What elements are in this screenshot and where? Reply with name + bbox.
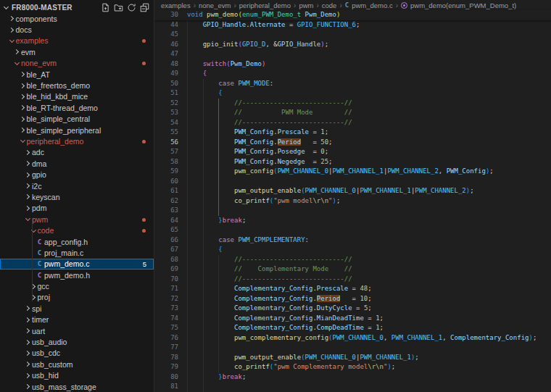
collapse-folders-button[interactable]	[140, 3, 149, 12]
code-line-47[interactable]: 47	[154, 49, 551, 59]
tree-item-proj[interactable]: proj	[0, 292, 154, 303]
code-line-57[interactable]: 57 PWM_Config.Posedge = 0;	[154, 147, 551, 157]
breadcrumb-item-pwm[interactable]: pwm	[298, 1, 314, 9]
indent-guide	[203, 255, 204, 265]
tree-item-evm[interactable]: evm	[0, 46, 154, 57]
tree-item-dma[interactable]: dma	[0, 158, 154, 169]
tree-item-pdm[interactable]: pdm	[0, 203, 154, 214]
tree-item-pwm_demo.h[interactable]: Cpwm_demo.h	[0, 270, 154, 280]
new-folder-button[interactable]	[114, 3, 123, 12]
tree-item-pwm_demo.c[interactable]: Cpwm_demo.c5	[0, 259, 154, 270]
code-line-61[interactable]: 61 pwm_output_enable(PWM_CHANNEL_0|PWM_C…	[154, 186, 551, 196]
refresh-explorer-button[interactable]	[127, 3, 136, 12]
tree-item-peripheral_demo[interactable]: peripheral_demo	[0, 135, 154, 146]
code-line-65[interactable]: 65	[154, 225, 551, 235]
code-line-71[interactable]: 71 Complementary_Config.Prescale = 48;	[154, 284, 551, 294]
tree-item-usb_audio[interactable]: usb_audio	[0, 336, 154, 347]
code-token: Pwm_Demo	[305, 11, 336, 18]
tree-item-uart[interactable]: uart	[0, 325, 154, 336]
line-content: {	[187, 69, 551, 79]
code-line-76[interactable]: 76 pwm_complementary_config(PWM_CHANNEL_…	[154, 333, 551, 343]
tree-item-ble_freertos_demo[interactable]: ble_freertos_demo	[0, 80, 154, 91]
code-line-44[interactable]: 44 GPIO_Handle.Alternate = GPIO_FUNCTION…	[154, 20, 551, 30]
breadcrumb-item-examples[interactable]: examples	[160, 1, 191, 9]
code-line-70[interactable]: 70 //--------------------------//	[154, 275, 551, 285]
tree-item-ble_AT[interactable]: ble_AT	[0, 69, 154, 80]
code-line-74[interactable]: 74 Complementary_Config.MianDeadTime = 1…	[154, 314, 551, 324]
code-line-68[interactable]: 68 //--------------------------//	[154, 255, 551, 265]
code-line-50[interactable]: 50 case PWM_MODE:	[154, 79, 551, 89]
code-line-54[interactable]: 54 //--------------------------//	[154, 118, 551, 128]
code-line-30-sticky[interactable]: 30void pwm_demo(enum_PWM_Demo_t Pwm_Demo…	[154, 10, 551, 20]
code-line-62[interactable]: 62 co_printf("pwm model\r\n");	[154, 196, 551, 207]
code-token: PWM_CHANNEL_0	[278, 167, 328, 175]
code-line-53[interactable]: 53 // PWM Mode //	[154, 108, 551, 118]
code-token: {	[218, 89, 222, 96]
tree-item-gpio[interactable]: gpio	[0, 169, 154, 180]
code-line-64[interactable]: 64 }break;	[154, 216, 551, 226]
explorer-root-title: FR8000-MASTER	[2, 4, 101, 12]
code-line-73[interactable]: 73 Complementary_Config.DutyCycle = 5;	[154, 304, 551, 314]
code-line-52[interactable]: 52 //--------------------------//	[154, 99, 551, 109]
tree-item-docs[interactable]: docs	[0, 24, 154, 35]
breadcrumb-item-code[interactable]: code	[321, 1, 338, 9]
tree-item-proj_main.c[interactable]: Cproj_main.c	[0, 247, 154, 258]
tree-item-timer[interactable]: timer	[0, 314, 154, 325]
editor-pane: examples›none_evm›peripheral_demo›pwm›co…	[154, 0, 551, 392]
code-line-67[interactable]: 67 {	[154, 245, 551, 255]
tree-item-gcc[interactable]: gcc	[0, 280, 154, 291]
breadcrumb-item-none_evm[interactable]: none_evm	[198, 1, 231, 9]
tree-item-pwm[interactable]: pwm	[0, 214, 154, 225]
code-line-58[interactable]: 58 PWM_Config.Negedge = 25;	[154, 157, 551, 167]
code-line-56[interactable]: 56 PWM_Config.Period = 50;	[154, 138, 551, 148]
tree-item-examples[interactable]: examples	[0, 36, 154, 46]
code-line-77[interactable]: 77	[154, 343, 551, 353]
code-line-46[interactable]: 46 gpio_init(GPIO_D, &GPIO_Handle);	[154, 40, 551, 50]
tree-item-keyscan[interactable]: keyscan	[0, 191, 154, 202]
breadcrumb-file[interactable]: pwm_demo.c	[351, 1, 394, 9]
code-line-78[interactable]: 78 pwm_output_enable(PWM_CHANNEL_0|PWM_C…	[154, 353, 551, 363]
tree-item-components[interactable]: components	[0, 13, 154, 24]
indent-guide	[218, 196, 219, 207]
code-line-81[interactable]: 81	[154, 382, 551, 392]
tree-item-label: pwm_demo.c	[44, 259, 89, 268]
line-number: 60	[154, 177, 187, 187]
code-line-49[interactable]: 49 {	[154, 69, 551, 79]
breadcrumb-symbol[interactable]: pwm_demo(enum_PWM_Demo_t)	[410, 1, 517, 9]
tree-item-ble_simple_central[interactable]: ble_simple_central	[0, 114, 154, 125]
tree-indent	[0, 241, 35, 242]
tree-item-ble_RT-thread_demo[interactable]: ble_RT-thread_demo	[0, 102, 154, 113]
tree-item-none_evm[interactable]: none_evm	[0, 58, 154, 69]
code-line-79[interactable]: 79 co_printf("pwm Complementary model\r\…	[154, 362, 551, 372]
code-line-75[interactable]: 75 Complementary_Config.CompDeadTime = 1…	[154, 323, 551, 333]
code-line-55[interactable]: 55 PWM_Config.Prescale = 1;	[154, 128, 551, 138]
code-line-60[interactable]: 60	[154, 177, 551, 187]
explorer-root-header[interactable]: FR8000-MASTER	[0, 0, 154, 13]
code-line-59[interactable]: 59 pwm_config(PWM_CHANNEL_0|PWM_CHANNEL_…	[154, 167, 551, 177]
line-content	[187, 177, 551, 187]
code-line-51[interactable]: 51 {	[154, 88, 551, 99]
tree-item-usb_custom[interactable]: usb_custom	[0, 359, 154, 370]
tree-item-usb_mass_storage[interactable]: usb_mass_storage	[0, 381, 154, 392]
tree-item-code[interactable]: code	[0, 225, 154, 235]
tree-item-spi[interactable]: spi	[0, 303, 154, 314]
code-line-72[interactable]: 72 Complementary_Config.Period = 10;	[154, 294, 551, 304]
tree-item-usb_hid[interactable]: usb_hid	[0, 370, 154, 381]
code-line-80[interactable]: 80 }break;	[154, 372, 551, 383]
code-line-66[interactable]: 66 case PWM_CPMPLEMENTARY:	[154, 235, 551, 246]
tree-item-adc[interactable]: adc	[0, 147, 154, 158]
code-line-63[interactable]: 63	[154, 206, 551, 216]
tree-item-app_config.h[interactable]: Capp_config.h	[0, 236, 154, 247]
tree-item-i2c[interactable]: i2c	[0, 180, 154, 191]
tree-item-ble_hid_kbd_mice[interactable]: ble_hid_kbd_mice	[0, 91, 154, 102]
indent-guide	[187, 186, 188, 196]
breadcrumb-item-peripheral_demo[interactable]: peripheral_demo	[239, 1, 291, 9]
tree-item-usb_cdc[interactable]: usb_cdc	[0, 348, 154, 359]
code-line-69[interactable]: 69 // Complementary Mode //	[154, 264, 551, 275]
indent-guide	[187, 147, 188, 157]
code-line-45[interactable]: 45	[154, 30, 551, 40]
sticky-scroll[interactable]: 30void pwm_demo(enum_PWM_Demo_t Pwm_Demo…	[154, 10, 551, 20]
tree-item-ble_simple_peripheral[interactable]: ble_simple_peripheral	[0, 125, 154, 135]
code-line-48[interactable]: 48 switch(Pwm_Demo)	[154, 59, 551, 70]
new-file-button[interactable]	[101, 3, 110, 12]
